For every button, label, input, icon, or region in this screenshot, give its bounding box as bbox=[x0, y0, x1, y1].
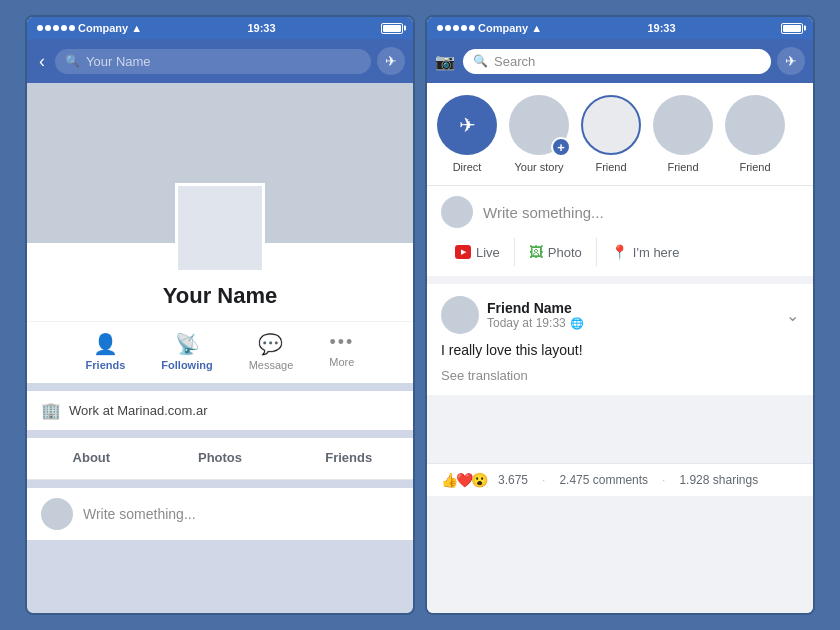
work-text: Work at Marinad.com.ar bbox=[69, 403, 207, 418]
feed-content: ✈ Direct + Your story Friend bbox=[427, 83, 813, 613]
composer-top[interactable]: Write something... bbox=[441, 196, 799, 228]
write-something-bar[interactable]: Write something... bbox=[27, 488, 413, 540]
wifi-icon: ▲ bbox=[131, 22, 142, 34]
photo-icon: 🖼 bbox=[529, 244, 543, 260]
story-yours-circle: + bbox=[509, 95, 569, 155]
profile-photo bbox=[175, 183, 265, 273]
post-time-text: Today at 19:33 bbox=[487, 316, 566, 330]
location-icon: 📍 bbox=[611, 244, 628, 260]
post-avatar bbox=[441, 296, 479, 334]
status-right-right bbox=[781, 23, 803, 34]
profile-photo-container bbox=[175, 183, 265, 273]
small-avatar bbox=[41, 498, 73, 530]
live-button[interactable]: Live bbox=[441, 238, 515, 266]
signal-dots-right bbox=[437, 25, 475, 31]
messenger-button-right[interactable]: ✈ bbox=[777, 47, 805, 75]
reaction-count: 3.675 bbox=[498, 473, 528, 487]
im-here-label: I'm here bbox=[633, 245, 680, 260]
carrier-label: Company bbox=[78, 22, 128, 34]
tab-friends[interactable]: Friends bbox=[284, 438, 413, 479]
see-translation[interactable]: See translation bbox=[427, 368, 813, 395]
story-friend-3-circle bbox=[725, 95, 785, 155]
following-button[interactable]: 📡 Following bbox=[143, 332, 230, 371]
story-direct[interactable]: ✈ Direct bbox=[437, 95, 497, 173]
shares-count: 1.928 sharings bbox=[679, 473, 758, 487]
composer-avatar bbox=[441, 196, 473, 228]
following-label: Following bbox=[161, 359, 212, 371]
nav-bar-right: 📷 🔍 Search ✈ bbox=[427, 39, 813, 83]
battery-icon bbox=[381, 23, 403, 34]
story-yours-label: Your story bbox=[514, 161, 563, 173]
post-composer: Write something... Live 🖼 Photo 📍 I'm he… bbox=[427, 186, 813, 284]
status-bar-left: Company ▲ 19:33 bbox=[27, 17, 413, 39]
globe-icon: 🌐 bbox=[570, 317, 584, 330]
search-placeholder-right: Search bbox=[494, 54, 535, 69]
comments-count: 2.475 comments bbox=[559, 473, 648, 487]
wow-emoji: 😮 bbox=[471, 472, 488, 488]
story-friend-3-label: Friend bbox=[739, 161, 770, 173]
feed-spacer bbox=[427, 403, 813, 463]
search-bar-left[interactable]: 🔍 Your Name bbox=[55, 49, 371, 74]
camera-icon[interactable]: 📷 bbox=[435, 52, 455, 71]
story-friend-3[interactable]: Friend bbox=[725, 95, 785, 173]
story-friend-2[interactable]: Friend bbox=[653, 95, 713, 173]
profile-cover bbox=[27, 83, 413, 243]
wifi-icon-right: ▲ bbox=[531, 22, 542, 34]
stories-row: ✈ Direct + Your story Friend bbox=[427, 83, 813, 186]
more-icon: ••• bbox=[329, 332, 354, 353]
story-direct-circle: ✈ bbox=[437, 95, 497, 155]
photo-button[interactable]: 🖼 Photo bbox=[515, 238, 597, 266]
add-story-badge: + bbox=[551, 137, 571, 157]
composer-actions: Live 🖼 Photo 📍 I'm here bbox=[441, 238, 799, 266]
post-meta-block: Friend Name Today at 19:33 🌐 bbox=[487, 300, 584, 330]
friends-button[interactable]: 👤 Friends bbox=[68, 332, 144, 371]
message-button[interactable]: 💬 Message bbox=[231, 332, 312, 371]
story-yours[interactable]: + Your story bbox=[509, 95, 569, 173]
friends-label: Friends bbox=[86, 359, 126, 371]
nav-bar-left: ‹ 🔍 Your Name ✈ bbox=[27, 39, 413, 83]
search-icon-left: 🔍 bbox=[65, 54, 80, 68]
status-right bbox=[381, 23, 403, 34]
post-header-left: Friend Name Today at 19:33 🌐 bbox=[441, 296, 584, 334]
post-item: Friend Name Today at 19:33 🌐 ⌄ I really … bbox=[427, 284, 813, 403]
back-button[interactable]: ‹ bbox=[35, 51, 49, 72]
battery-icon-right bbox=[781, 23, 803, 34]
profile-name: Your Name bbox=[27, 283, 413, 309]
story-direct-label: Direct bbox=[453, 161, 482, 173]
work-icon: 🏢 bbox=[41, 401, 61, 420]
more-button[interactable]: ••• More bbox=[311, 332, 372, 371]
photo-label: Photo bbox=[548, 245, 582, 260]
live-icon bbox=[455, 245, 471, 259]
status-left-right: Company ▲ bbox=[437, 22, 542, 34]
write-placeholder: Write something... bbox=[83, 506, 196, 522]
friends-icon: 👤 bbox=[93, 332, 118, 356]
post-header: Friend Name Today at 19:33 🌐 ⌄ bbox=[427, 284, 813, 342]
following-icon: 📡 bbox=[175, 332, 200, 356]
story-friend-1-label: Friend bbox=[595, 161, 626, 173]
status-bar-right: Company ▲ 19:33 bbox=[427, 17, 813, 39]
story-friend-2-circle bbox=[653, 95, 713, 155]
carrier-label-right: Company bbox=[478, 22, 528, 34]
tab-about[interactable]: About bbox=[27, 438, 156, 479]
post-text: I really love this layout! bbox=[427, 342, 813, 368]
search-bar-right[interactable]: 🔍 Search bbox=[463, 49, 771, 74]
story-friend-1[interactable]: Friend bbox=[581, 95, 641, 173]
message-icon: 💬 bbox=[258, 332, 283, 356]
time-display: 19:33 bbox=[247, 22, 275, 34]
profile-actions: 👤 Friends 📡 Following 💬 Message ••• More bbox=[27, 321, 413, 371]
post-chevron[interactable]: ⌄ bbox=[786, 306, 799, 325]
im-here-button[interactable]: 📍 I'm here bbox=[597, 238, 694, 266]
message-label: Message bbox=[249, 359, 294, 371]
post-friend-name: Friend Name bbox=[487, 300, 584, 316]
signal-dots bbox=[37, 25, 75, 31]
reaction-icons: 👍 ❤️ 😮 bbox=[441, 472, 486, 488]
right-phone: Company ▲ 19:33 📷 🔍 Search ✈ bbox=[425, 15, 815, 615]
reaction-sep-2: · bbox=[662, 473, 665, 487]
messenger-button-left[interactable]: ✈ bbox=[377, 47, 405, 75]
tab-photos[interactable]: Photos bbox=[156, 438, 285, 479]
left-phone: Company ▲ 19:33 ‹ 🔍 Your Name ✈ bbox=[25, 15, 415, 615]
composer-placeholder: Write something... bbox=[483, 204, 604, 221]
search-placeholder-left: Your Name bbox=[86, 54, 151, 69]
reactions-bar: 👍 ❤️ 😮 3.675 · 2.475 comments · 1.928 sh… bbox=[427, 463, 813, 496]
direct-icon: ✈ bbox=[459, 113, 476, 137]
